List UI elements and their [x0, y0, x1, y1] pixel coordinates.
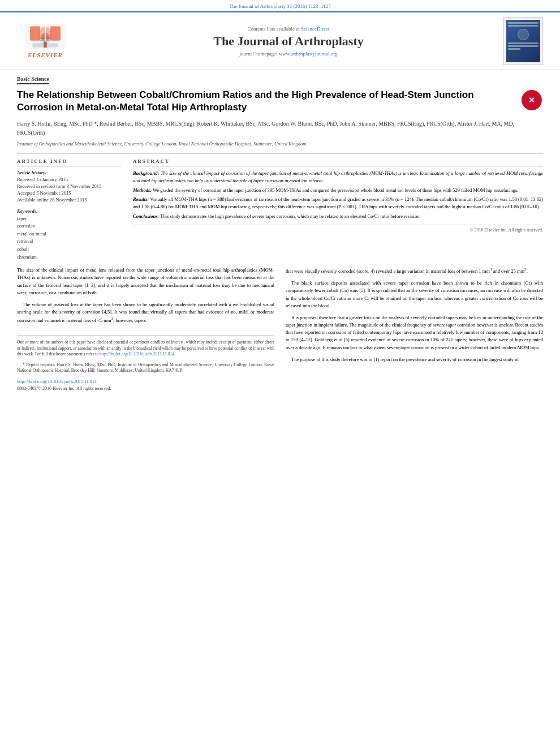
article-info-header: ARTICLE INFO [17, 158, 122, 166]
keyword-chromium: chromium [17, 254, 122, 261]
history-label: Article history: [17, 170, 122, 175]
main-content: Basic Science The Relationship Between C… [0, 70, 560, 398]
elsevier-tree-icon [23, 24, 68, 49]
body-para-2: The volume of material loss at the taper… [17, 301, 274, 324]
body-para-6: The purpose of this study therefore was … [286, 356, 543, 363]
article-title-area: The Relationship Between Cobalt/Chromium… [17, 89, 543, 114]
article-info-column: ARTICLE INFO Article history: Received 1… [17, 158, 122, 261]
footnote-conflict: One or more of the authors of this paper… [17, 340, 274, 358]
journal-title-area: Contents lists available at ScienceDirec… [85, 26, 492, 57]
abstract-methods: Methods: We graded the severity of corro… [133, 187, 543, 194]
background-text: The size of the clinical impact of corro… [133, 170, 543, 183]
keyword-corrosion: corrosion [17, 222, 122, 230]
affiliation: Institute of Orthopaedics and Musculoske… [17, 141, 543, 148]
journal-header: ELSEVIER Contents lists available at Sci… [0, 12, 560, 70]
svg-rect-6 [50, 27, 61, 41]
conclusions-text: This study demonstrates the high prevale… [160, 213, 420, 219]
abstract-column: ABSTRACT Background: The size of the cli… [133, 158, 543, 261]
authors-list: Harry S. Hothi, BEng, MSc, PhD *, Reshid… [17, 119, 543, 138]
methods-text: We graded the severity of corrosion at t… [153, 187, 518, 193]
keywords-section: Keywords: taper corrosion metal-on-metal… [17, 208, 122, 261]
journal-thumbnail-area [498, 17, 549, 65]
sciencedirect-link[interactable]: ScienceDirect [301, 26, 329, 32]
results-text: Virtually all MOM-THA hips (n = 388) had… [133, 196, 543, 209]
doi-link[interactable]: http://dx.doi.org/10.1016/j.arth.2015.11… [17, 379, 111, 385]
background-label: Background: [133, 170, 159, 176]
footnote-reprint: * Reprint requests: Harry S. Hothi, BEng… [17, 362, 274, 374]
contents-availability: Contents lists available at ScienceDirec… [85, 26, 492, 32]
body-text-section: The size of the clinical impact of metal… [17, 267, 543, 392]
article-history: Article history: Received 15 January 201… [17, 170, 122, 204]
keywords-label: Keywords: [17, 208, 122, 214]
article-info-abstract: ARTICLE INFO Article history: Received 1… [17, 153, 543, 261]
keyword-cobalt: cobalt [17, 246, 122, 254]
received-date: Received 15 January 2015 [17, 177, 122, 183]
body-column-left: The size of the clinical impact of metal… [17, 267, 274, 392]
conclusions-label: Conclusions: [133, 213, 159, 219]
revised-date: Received in revised form 3 November 2015 [17, 183, 122, 190]
abstract-header: ABSTRACT [133, 158, 543, 166]
article-title: The Relationship Between Cobalt/Chromium… [17, 89, 515, 114]
journal-homepage: journal homepage: www.arthroplastyjourna… [85, 51, 492, 57]
results-label: Results: [133, 196, 149, 202]
body-para-5: It is proposed therefore that a greater … [286, 314, 543, 351]
abstract-text: Background: The size of the clinical imp… [133, 170, 543, 220]
publisher-logo-area: ELSEVIER [11, 24, 79, 58]
journal-thumbnail [503, 17, 543, 65]
conflict-url[interactable]: http://dx.doi.org/10.1016/j.arth.2015.11… [100, 351, 174, 357]
svg-rect-4 [33, 43, 58, 47]
elsevier-logo [23, 24, 68, 49]
abstract-results: Results: Virtually all MOM-THA hips (n =… [133, 196, 543, 211]
keyword-retrieval: retrieval [17, 238, 122, 246]
available-date: Available online 26 November 2015 [17, 197, 122, 204]
citation-text: The Journal of Arthroplasty 31 (2016) 11… [229, 3, 330, 9]
crossmark-logo[interactable]: ✕ [520, 89, 543, 111]
accepted-date: Accepted 5 November 2015 [17, 190, 122, 197]
journal-citation: The Journal of Arthroplasty 31 (2016) 11… [0, 0, 560, 12]
abstract-conclusions: Conclusions: This study demonstrates the… [133, 213, 543, 220]
bottom-links: http://dx.doi.org/10.1016/j.arth.2015.11… [17, 379, 274, 393]
methods-label: Methods: [133, 187, 152, 193]
section-label: Basic Science [17, 76, 49, 84]
body-para-3: that were visually severely corroded (sc… [286, 267, 543, 275]
abstract-background: Background: The size of the clinical imp… [133, 170, 543, 184]
homepage-link[interactable]: www.arthroplastyjournal.org [279, 51, 338, 57]
issn: 0883-5403/© 2016 Elsevier Inc. All right… [17, 385, 111, 392]
crossmark-icon: ✕ [522, 90, 542, 110]
body-para-1: The size of the clinical impact of metal… [17, 267, 274, 297]
footnote-area: One or more of the authors of this paper… [17, 336, 274, 374]
journal-title: The Journal of Arthroplasty [85, 34, 492, 49]
body-para-4: The black surface deposits associated wi… [286, 280, 543, 310]
body-column-right: that were visually severely corroded (sc… [286, 267, 543, 392]
keyword-metal-on-metal: metal-on-metal [17, 230, 122, 238]
svg-rect-5 [30, 27, 40, 41]
copyright: © 2016 Elsevier Inc. All rights reserved… [133, 225, 543, 233]
keyword-taper: taper [17, 215, 122, 223]
elsevier-name: ELSEVIER [28, 51, 63, 58]
